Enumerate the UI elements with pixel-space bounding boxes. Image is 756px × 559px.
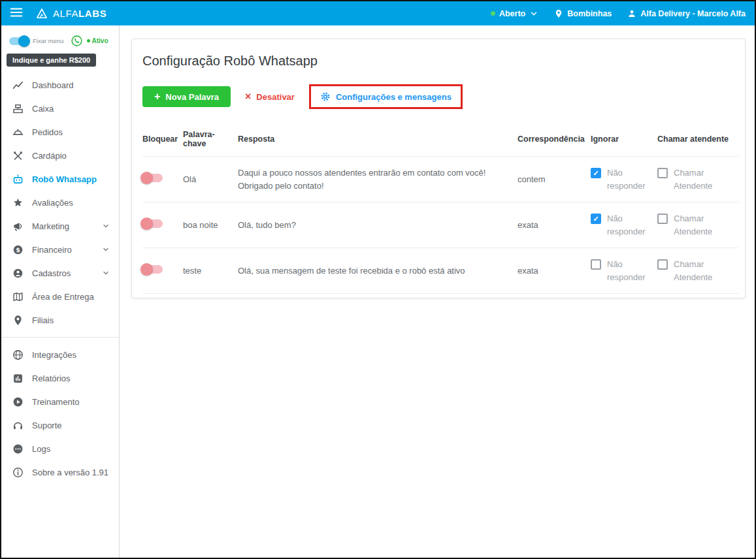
gear-icon — [320, 91, 331, 102]
sidebar-item-pedidos[interactable]: Pedidos — [1, 120, 119, 144]
store-status-label: Aberto — [499, 9, 525, 18]
block-toggle[interactable] — [142, 174, 163, 182]
user-account-menu[interactable]: Alfa Delivery - Marcelo Alfa — [627, 9, 746, 18]
whatsapp-status: Ativo — [87, 37, 108, 44]
main-content: Configuração Robô Whatsapp + Nova Palavr… — [120, 25, 755, 558]
sidebar-item-cadastros[interactable]: Cadastros — [1, 261, 119, 285]
deactivate-button[interactable]: × Desativar — [238, 86, 301, 107]
sidebar-item-logs[interactable]: Logs — [1, 437, 119, 460]
match-type-cell: contem — [518, 157, 591, 202]
play-circle-icon — [12, 396, 24, 407]
ignore-checkbox[interactable] — [591, 214, 601, 224]
page-title: Configuração Robô Whatsapp — [142, 54, 734, 69]
whatsapp-icon — [71, 35, 83, 47]
referral-promo-badge[interactable]: Indique e ganhe R$200 — [7, 54, 96, 67]
store-status-dropdown[interactable]: Aberto — [491, 9, 538, 18]
new-word-label: Nova Palavra — [165, 92, 219, 102]
ellipsis-circle-icon — [12, 443, 24, 455]
new-word-button[interactable]: + Nova Palavra — [142, 86, 231, 107]
close-icon: × — [245, 91, 251, 102]
header-bloquear: Bloquear — [142, 123, 183, 157]
sidebar-item-label: Marketing — [32, 221, 69, 231]
call-attendant-label: Chamar Atendente — [674, 258, 721, 283]
sidebar-item-relatorios[interactable]: Relatórios — [1, 366, 119, 390]
sidebar-item-label: Dashboard — [32, 80, 74, 90]
sidebar-item-integracoes[interactable]: Integrações — [1, 343, 119, 366]
whatsapp-config-card: Configuração Robô Whatsapp + Nova Palavr… — [131, 39, 746, 298]
chevron-down-icon — [102, 222, 110, 230]
keyword-cell: Olá — [183, 157, 238, 202]
star-icon — [12, 197, 24, 208]
headset-icon — [12, 420, 24, 431]
table-header-row: Bloquear Palavra-chave Resposta Correspo… — [142, 123, 738, 157]
sidebar-item-financeiro[interactable]: $ Financeiro — [1, 238, 119, 261]
branch-selector[interactable]: Bombinhas — [554, 9, 612, 18]
call-attendant-checkbox[interactable] — [657, 214, 668, 224]
header-resposta: Resposta — [238, 123, 518, 157]
header-ignorar: Ignorar — [591, 123, 657, 157]
hamburger-menu-button[interactable] — [7, 5, 26, 22]
ignore-checkbox-label: Não responder — [607, 258, 652, 283]
alfa-logo-icon — [35, 7, 48, 20]
sidebar-item-area-de-entrega[interactable]: Área de Entrega — [1, 285, 119, 308]
call-attendant-checkbox[interactable] — [657, 168, 668, 178]
sidebar-item-marketing[interactable]: Marketing — [1, 214, 119, 238]
svg-text:$: $ — [16, 246, 20, 253]
pin-menu-toggle[interactable] — [9, 37, 29, 45]
user-icon — [627, 9, 636, 18]
plus-icon: + — [154, 91, 160, 102]
keywords-table: Bloquear Palavra-chave Resposta Correspo… — [142, 123, 738, 294]
block-toggle[interactable] — [142, 265, 163, 274]
sidebar-item-treinamento[interactable]: Treinamento — [1, 390, 119, 413]
toolbar: + Nova Palavra × Desativar Configurações… — [142, 84, 734, 109]
sidebar-item-label: Filiais — [32, 315, 54, 325]
settings-messages-button[interactable]: Configurações e mensagens — [316, 88, 455, 105]
call-attendant-label: Chamar Atendente — [674, 212, 721, 238]
sidebar-item-label: Sobre a versão 1.91 — [32, 468, 108, 477]
block-toggle[interactable] — [142, 219, 163, 228]
sidebar-item-dashboard[interactable]: Dashboard — [1, 73, 119, 97]
app-window: ALFALABS Aberto Bombinhas Alfa Delivery … — [0, 0, 756, 559]
sidebar-item-suporte[interactable]: Suporte — [1, 413, 119, 437]
brand-text-primary: ALFA — [53, 8, 78, 19]
sidebar-item-label: Integrações — [32, 350, 76, 360]
topbar: ALFALABS Aberto Bombinhas Alfa Delivery … — [1, 1, 755, 25]
call-attendant-label: Chamar Atendente — [674, 167, 721, 192]
sidebar-item-sobre-versao[interactable]: Sobre a versão 1.91 — [1, 460, 119, 484]
toggle-knob — [140, 217, 153, 230]
sidebar-item-robo-whatsapp[interactable]: Robô Whatsapp — [1, 167, 119, 191]
header-palavra-chave: Palavra-chave — [183, 123, 238, 157]
header-chamar-atendente: Chamar atendente — [657, 123, 738, 157]
location-pin-icon — [12, 315, 24, 326]
sidebar-item-cardapio[interactable]: Cardápio — [1, 144, 119, 167]
sidebar-item-filiais[interactable]: Filiais — [1, 308, 119, 332]
table-row: teste Olá, sua mensagem de teste foi rec… — [142, 248, 738, 294]
sidebar-item-label: Logs — [32, 444, 50, 454]
response-cell: Olá, tudo bem? — [238, 202, 518, 248]
sidebar-item-caixa[interactable]: Caixa — [1, 97, 119, 120]
status-dot — [491, 11, 495, 16]
sidebar-item-label: Pedidos — [32, 127, 63, 137]
sidebar-item-label: Área de Entrega — [32, 292, 94, 302]
user-label: Alfa Delivery - Marcelo Alfa — [640, 9, 746, 18]
ignore-checkbox[interactable] — [591, 259, 601, 270]
ignore-checkbox[interactable] — [591, 168, 601, 178]
annotation-highlight-box: Configurações e mensagens — [309, 84, 463, 109]
toggle-knob — [140, 172, 153, 184]
match-type-cell: exata — [518, 248, 591, 294]
sidebar-item-label: Caixa — [32, 104, 54, 114]
robot-icon — [12, 174, 24, 185]
globe-icon — [12, 349, 24, 360]
sidebar-item-label: Cardápio — [32, 151, 67, 161]
sidebar-item-avaliacoes[interactable]: Avaliações — [1, 191, 119, 214]
brand-logo: ALFALABS — [35, 7, 107, 20]
keyword-cell: boa noite — [183, 202, 238, 248]
hamburger-icon — [9, 5, 24, 22]
sidebar-divider — [1, 337, 119, 338]
cash-register-icon — [12, 103, 24, 114]
pin-menu-label: Fixar menu — [33, 37, 64, 44]
sidebar-item-label: Suporte — [32, 421, 62, 430]
active-dot — [87, 39, 90, 42]
sidebar-item-label: Robô Whatsapp — [32, 174, 97, 184]
call-attendant-checkbox[interactable] — [657, 259, 668, 270]
